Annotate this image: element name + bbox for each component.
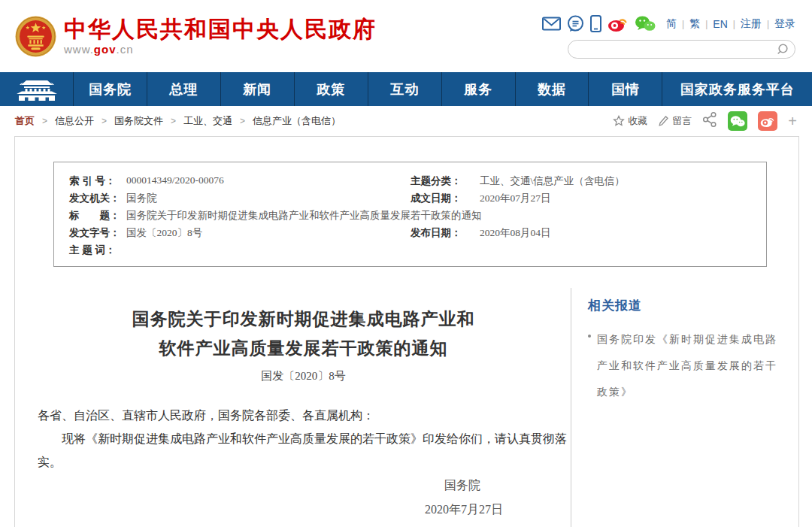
separator: | [767,19,769,29]
weibo-icon[interactable] [607,15,629,32]
nav-item-national-conditions[interactable]: 国情 [589,72,662,106]
publish-note: （此件公开发布） [38,522,569,527]
separator: | [733,19,735,29]
favorite-button[interactable]: 收藏 [613,114,647,128]
message-label: 留言 [672,114,692,128]
breadcrumb-info-industry[interactable]: 信息产业（含电信） [253,114,341,128]
site-title: 中华人民共和国中央人民政府 [64,17,377,41]
signature-name: 国务院 [38,474,503,498]
nav-home-button[interactable] [0,72,74,106]
document-number: 国发〔2020〕8号 [38,368,569,384]
nav-item-gov-service-platform[interactable]: 国家政务服务平台 [662,72,812,106]
breadcrumb-row: 首页 > 信息公开 > 国务院文件 > 工业、交通 > 信息产业（含电信） 收藏… [0,106,812,136]
more-share-button[interactable]: + [788,114,797,129]
nav-item-policy[interactable]: 政策 [295,72,368,106]
site-header: 中华人民共和国中央人民政府 www.gov.cn 简 | 繁 [0,0,812,72]
meta-agency-label: 发文机关： [69,189,126,207]
breadcrumb-info-disclosure[interactable]: 信息公开 [55,114,94,128]
nav-item-news[interactable]: 新闻 [221,72,295,106]
meta-written-date-value: 2020年07月27日 [480,189,751,207]
wechat-icon[interactable] [635,15,656,32]
related-reports-list: 国务院印发《新时期促进集成电路产业和软件产业高质量发展的若干政策》 [588,326,788,405]
mail-icon[interactable] [542,17,561,31]
pencil-icon [658,115,669,127]
article-row: 国务院关于印发新时期促进集成电路产业和软件产业高质量发展若干政策的通知 国发〔2… [15,267,798,527]
nav-item-services[interactable]: 服务 [442,72,516,106]
breadcrumb: 首页 > 信息公开 > 国务院文件 > 工业、交通 > 信息产业（含电信） [15,114,341,128]
meta-category-label: 主题分类： [411,172,480,189]
message-icon[interactable] [567,15,584,32]
mobile-icon[interactable] [590,15,601,32]
separator: | [705,19,707,29]
login-link[interactable]: 登录 [774,17,795,31]
content-panel: 索 引 号： 000014349/2020-00076 主题分类： 工业、交通\… [14,136,799,527]
breadcrumb-separator: > [171,116,176,126]
meta-index-value: 000014349/2020-00076 [126,172,411,189]
register-link[interactable]: 注册 [741,17,762,31]
search-box[interactable] [568,40,795,59]
signature-block: 国务院 2020年7月27日 [38,474,569,522]
tiananmen-home-icon [15,77,59,101]
favorite-label: 收藏 [628,114,647,128]
lang-links: 简 | 繁 | EN | 注册 | 登录 [666,17,795,31]
url-cn: .cn [117,43,134,56]
bullet-icon [588,335,591,338]
document-title: 国务院关于印发新时期促进集成电路产业和软件产业高质量发展若干政策的通知 [108,304,499,363]
related-reports-sidebar: 相关报道 国务院印发《新时期促进集成电路产业和软件产业高质量发展的若干政策》 [571,288,798,527]
signature-date: 2020年7月27日 [38,498,503,522]
meta-keywords-value [126,241,751,259]
site-url: www.gov.cn [64,43,377,56]
breadcrumb-separator: > [42,116,47,126]
page-actions: 收藏 留言 + [613,111,797,131]
breadcrumb-separator: > [240,116,245,126]
separator: | [682,19,684,29]
nav-item-data[interactable]: 数据 [516,72,589,106]
site-brand[interactable]: 中华人民共和国中央人民政府 www.gov.cn [15,16,377,57]
meta-written-date-label: 成文日期： [411,189,480,207]
related-report-link[interactable]: 国务院印发《新时期促进集成电路产业和软件产业高质量发展的若干政策》 [588,326,788,405]
meta-row-index: 索 引 号： 000014349/2020-00076 主题分类： 工业、交通\… [69,172,751,189]
breadcrumb-state-council-docs[interactable]: 国务院文件 [114,114,163,128]
meta-row-agency: 发文机关： 国务院 成文日期： 2020年07月27日 [69,189,751,207]
utility-row: 简 | 繁 | EN | 注册 | 登录 [542,14,795,34]
share-weibo-icon[interactable] [758,111,777,131]
share-icon[interactable] [702,111,717,131]
related-report-text: 国务院印发《新时期促进集成电路产业和软件产业高质量发展的若干政策》 [597,333,777,398]
search-input[interactable] [577,44,776,55]
document-title-line2: 软件产业高质量发展若干政策的通知 [159,339,448,358]
breadcrumb-industry-transport[interactable]: 工业、交通 [183,114,232,128]
doc-meta-box: 索 引 号： 000014349/2020-00076 主题分类： 工业、交通\… [53,162,767,267]
share-wechat-icon[interactable] [728,111,747,131]
meta-index-label: 索 引 号： [69,172,126,189]
url-gov: gov [94,43,117,56]
meta-doc-number-value: 国发〔2020〕8号 [126,224,411,241]
meta-title-label: 标 题： [69,207,126,224]
article: 国务院关于印发新时期促进集成电路产业和软件产业高质量发展若干政策的通知 国发〔2… [15,267,571,527]
message-button[interactable]: 留言 [658,114,692,128]
star-icon [613,115,625,127]
meta-row-keywords: 主 题 词： [69,241,751,259]
meta-keywords-label: 主 题 词： [69,241,126,259]
meta-publish-date-value: 2020年08月04日 [480,224,751,241]
main-nav: 国务院 总理 新闻 政策 互动 服务 数据 国情 国家政务服务平台 [0,72,812,106]
meta-publish-date-label: 发布日期： [411,224,480,241]
search-icon[interactable] [776,43,789,56]
document-body: 各省、自治区、直辖市人民政府，国务院各部委、各直属机构： 现将《新时期促进集成电… [38,404,569,527]
meta-row-title: 标 题： 国务院关于印发新时期促进集成电路产业和软件产业高质量发展若干政策的通知 [69,207,751,224]
lang-english-link[interactable]: EN [713,18,727,30]
meta-row-doc-number: 发文字号： 国发〔2020〕8号 发布日期： 2020年08月04日 [69,224,751,241]
nav-item-interaction[interactable]: 互动 [368,72,442,106]
related-reports-title: 相关报道 [588,297,788,314]
lang-simplified-link[interactable]: 简 [666,17,677,31]
breadcrumb-separator: > [102,116,107,126]
nav-item-state-council[interactable]: 国务院 [74,72,147,106]
meta-doc-number-label: 发文字号： [69,224,126,241]
document-title-line1: 国务院关于印发新时期促进集成电路产业和 [132,310,475,329]
nav-item-premier[interactable]: 总理 [147,72,221,106]
breadcrumb-home[interactable]: 首页 [15,114,35,128]
salutation-paragraph: 各省、自治区、直辖市人民政府，国务院各部委、各直属机构： [38,404,569,427]
lang-traditional-link[interactable]: 繁 [689,17,700,31]
body-paragraph: 现将《新时期促进集成电路产业和软件产业高质量发展的若干政策》印发给你们，请认真贯… [38,427,569,474]
doc-meta-table: 索 引 号： 000014349/2020-00076 主题分类： 工业、交通\… [69,172,751,259]
brand-text: 中华人民共和国中央人民政府 www.gov.cn [64,17,377,56]
